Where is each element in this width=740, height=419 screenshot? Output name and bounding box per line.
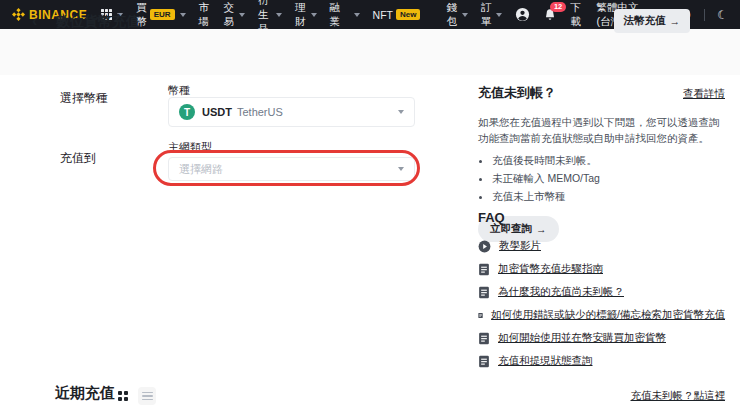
moon-icon: ☾ (717, 8, 728, 22)
help-bullet-list: 充值後長時間未到帳。 未正確輸入 MEMO/Tag 充值未上市幣種 (492, 151, 725, 206)
new-badge: New (396, 9, 420, 21)
faq-link: 充值和提現狀態查詢 (498, 354, 593, 368)
deposit-page: BINANCE 買幣 EUR 市場 交易 衍生品 (0, 0, 740, 419)
divider (704, 9, 705, 21)
tether-icon: T (179, 104, 195, 120)
faq-link: 如何開始使用並在幣安購買加密貨幣 (498, 331, 666, 345)
page-header (0, 29, 740, 75)
nav-item-nft[interactable]: NFT New (373, 9, 421, 21)
deposit-to-row-label: 充值到 (60, 150, 96, 167)
chevron-down-icon (398, 110, 404, 114)
coin-field-label: 幣種 (168, 83, 190, 98)
nav-item-buy-crypto[interactable]: 買幣 EUR (136, 1, 185, 29)
notifications-button[interactable]: 12 (543, 8, 557, 22)
faq-link: 教學影片 (499, 239, 541, 253)
chevron-down-icon (354, 13, 360, 17)
theme-toggle[interactable]: ☾ (717, 8, 728, 22)
help-bullet: 充值未上市幣種 (492, 187, 725, 205)
view-details-link[interactable]: 查看詳情 (683, 87, 725, 101)
chevron-down-icon (180, 13, 186, 17)
nav-label: 下載 (570, 1, 583, 29)
faq-item-wrong-tag-retrieve[interactable]: 如何使用錯誤或缺少的標籤/備忘檢索加密貨幣充值 (478, 308, 725, 322)
chevron-down-icon (462, 13, 468, 17)
page-title: 數位貨幣充值 (56, 13, 140, 31)
deposit-not-arrived-link[interactable]: 充值未到帳？點這裡 (631, 389, 726, 403)
recent-deposits-title: 近期充值 (55, 384, 115, 403)
faq-link: 如何使用錯誤或缺少的標籤/備忘檢索加密貨幣充值 (491, 308, 725, 322)
help-bullet: 充值後長時間未到帳。 (492, 151, 725, 169)
binance-logo-icon (12, 8, 25, 21)
chevron-down-icon (496, 13, 502, 17)
user-icon (515, 7, 530, 22)
download-link[interactable]: 下載 (570, 1, 583, 29)
faq-title: FAQ (478, 210, 725, 225)
arrow-right-icon: → (670, 15, 681, 27)
currency-badge: EUR (150, 9, 175, 21)
grid-view-icon[interactable] (118, 391, 128, 401)
nav-label: 理財 (295, 1, 306, 29)
faq-section: FAQ 教學影片 加密貨幣充值步驟指南 (478, 210, 725, 368)
nav-item-wallet[interactable]: 錢包 (446, 1, 468, 29)
document-icon (478, 355, 490, 368)
nav-label: 市場 (199, 1, 211, 29)
faq-item-deposit-guide[interactable]: 加密貨幣充值步驟指南 (478, 262, 725, 276)
network-placeholder: 選擇網路 (179, 162, 223, 177)
network-select[interactable]: 選擇網路 (168, 157, 415, 181)
fiat-deposit-button[interactable]: 法幣充值 → (614, 9, 691, 33)
document-icon (478, 286, 490, 299)
coin-select[interactable]: T USDT TetherUS (168, 97, 415, 127)
chevron-down-icon (276, 13, 282, 17)
faq-link: 為什麼我的充值尚未到帳？ (498, 285, 624, 299)
nav-item-trade[interactable]: 交易 (223, 1, 245, 29)
help-bullet: 未正確輸入 MEMO/Tag (492, 169, 725, 187)
faq-item-status-query[interactable]: 充值和提現狀態查詢 (478, 354, 725, 368)
nav-item-orders[interactable]: 訂單 (481, 1, 503, 29)
faq-list: 教學影片 加密貨幣充值步驟指南 為什麼我的充值尚未到帳？ (478, 239, 725, 368)
coin-symbol: USDT (202, 106, 232, 118)
profile-button[interactable] (515, 7, 530, 22)
back-button[interactable]: ‹ (32, 13, 37, 29)
help-title: 充值未到帳？ (478, 84, 556, 102)
chevron-down-icon (398, 167, 404, 171)
document-icon (478, 263, 490, 276)
nav-label: 訂單 (481, 1, 492, 29)
chevron-down-icon (239, 13, 245, 17)
faq-item-tutorial-video[interactable]: 教學影片 (478, 239, 725, 253)
faq-item-buy-crypto-guide[interactable]: 如何開始使用並在幣安購買加密貨幣 (478, 331, 725, 345)
play-circle-icon (478, 240, 491, 253)
notification-count-badge: 12 (550, 2, 565, 12)
network-field-label: 主網類型 (168, 140, 212, 155)
document-icon (478, 332, 490, 345)
nav-label: NFT (373, 9, 393, 21)
nav-item-markets[interactable]: 市場 (199, 1, 211, 29)
list-view-icon[interactable] (138, 387, 156, 405)
nav-label: 交易 (223, 1, 234, 29)
chevron-down-icon (311, 13, 317, 17)
nav-item-earn[interactable]: 理財 (295, 1, 317, 29)
select-coin-row-label: 選擇幣種 (60, 90, 108, 107)
nav-label: 錢包 (446, 1, 457, 29)
faq-link: 加密貨幣充值步驟指南 (498, 262, 603, 276)
document-icon (478, 309, 483, 322)
help-intro-text: 如果您在充值過程中遇到以下問題，您可以透過查詢功能查詢當前充值狀態或自助申請找回… (478, 114, 725, 147)
fiat-deposit-label: 法幣充值 (624, 14, 666, 28)
faq-item-deposit-not-arrived[interactable]: 為什麼我的充值尚未到帳？ (478, 285, 725, 299)
coin-fullname: TetherUS (237, 106, 283, 118)
